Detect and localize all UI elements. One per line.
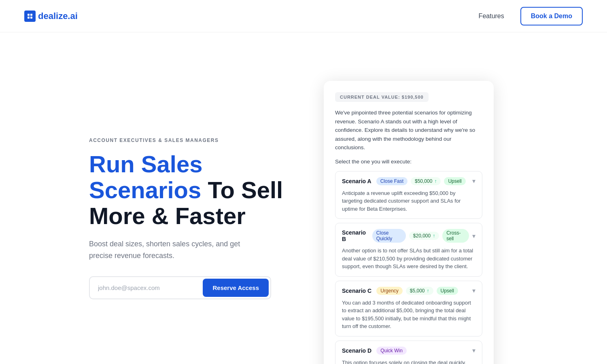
features-link[interactable]: Features — [479, 13, 504, 20]
navbar: dealize.ai Features Book a Demo — [0, 0, 607, 32]
subheadline: Boost deal sizes, shorten sales cycles, … — [89, 238, 259, 262]
email-input[interactable] — [90, 278, 201, 298]
chevron-down-icon-c: ▾ — [472, 287, 475, 294]
scenario-d-name: Scenario D — [342, 347, 371, 354]
scenario-item-b[interactable]: Scenario B Close Quickly $20,000 ↑ Cross… — [335, 223, 482, 277]
scenario-a-desc: Anticipate a revenue uplift exceeding $5… — [342, 189, 475, 213]
scenario-d-desc: This option focuses solely on closing th… — [342, 359, 475, 364]
svg-rect-1 — [30, 14, 32, 16]
scenario-item-d[interactable]: Scenario D Quick Win ▾ This option focus… — [335, 341, 482, 364]
scenario-a-name: Scenario A — [342, 178, 371, 184]
scenario-b-desc: Another option is to not offer SLAs but … — [342, 247, 475, 271]
right-panel: CURRENT DEAL VALUE: $190,500 We've pinpo… — [324, 81, 494, 364]
scenario-b-header: Scenario B Close Quickly $20,000 ↑ Cross… — [342, 229, 475, 243]
logo-icon — [24, 11, 36, 22]
tag-upsell-a: Upsell — [444, 177, 465, 185]
chevron-down-icon-d: ▾ — [472, 347, 475, 354]
scenario-c-desc: You can add 3 months of dedicated onboar… — [342, 299, 475, 330]
svg-rect-0 — [28, 14, 30, 16]
deal-value-badge: CURRENT DEAL VALUE: $190,500 — [335, 92, 429, 102]
chevron-down-icon-b: ▾ — [472, 232, 475, 240]
logo-text: dealize.ai — [38, 11, 78, 21]
scenario-c-header: Scenario C Urgency $5,000 ↑ Upsell ▾ — [342, 287, 475, 295]
scenario-item-c[interactable]: Scenario C Urgency $5,000 ↑ Upsell ▾ You… — [335, 281, 482, 336]
tag-urgency: Urgency — [376, 287, 403, 295]
card-intro: We've pinpointed three potential scenari… — [335, 108, 482, 152]
scenario-d-header: Scenario D Quick Win ▾ — [342, 347, 475, 355]
tag-amount-c: $5,000 ↑ — [406, 287, 433, 295]
tag-quick-win: Quick Win — [376, 347, 407, 355]
scenario-item-a[interactable]: Scenario A Close Fast $50,000 ↑ Upsell ▾… — [335, 171, 482, 219]
tag-close-fast: Close Fast — [376, 177, 407, 185]
tag-amount-a: $50,000 ↑ — [411, 177, 441, 185]
tag-cross-sell: Cross-sell — [442, 229, 469, 243]
select-prompt: Select the one you will execute: — [335, 159, 482, 165]
headline: Run Sales Scenarios To Sell More & Faste… — [89, 151, 291, 229]
chevron-down-icon-a: ▾ — [472, 177, 475, 185]
cta-form: Reserve Access — [89, 276, 271, 299]
label-tag: ACCOUNT EXECUTIVES & SALES MANAGERS — [89, 138, 291, 143]
svg-rect-3 — [30, 17, 32, 19]
logo[interactable]: dealize.ai — [24, 11, 78, 22]
scenario-a-header: Scenario A Close Fast $50,000 ↑ Upsell ▾ — [342, 177, 475, 185]
svg-rect-2 — [28, 17, 30, 19]
reserve-access-button[interactable]: Reserve Access — [203, 279, 269, 297]
main-content: ACCOUNT EXECUTIVES & SALES MANAGERS Run … — [0, 32, 607, 364]
book-demo-button[interactable]: Book a Demo — [520, 7, 583, 25]
scenarios-card: CURRENT DEAL VALUE: $190,500 We've pinpo… — [324, 81, 494, 364]
tag-upsell-c: Upsell — [437, 287, 458, 295]
left-panel: ACCOUNT EXECUTIVES & SALES MANAGERS Run … — [89, 65, 291, 299]
headline-blue: Run Sales Scenarios — [89, 151, 202, 203]
scenario-b-name: Scenario B — [342, 229, 367, 242]
nav-right: Features Book a Demo — [479, 7, 583, 25]
tag-amount-b: $20,000 ↑ — [409, 232, 439, 240]
tag-close-quickly: Close Quickly — [372, 229, 406, 243]
scenario-c-name: Scenario C — [342, 288, 371, 294]
